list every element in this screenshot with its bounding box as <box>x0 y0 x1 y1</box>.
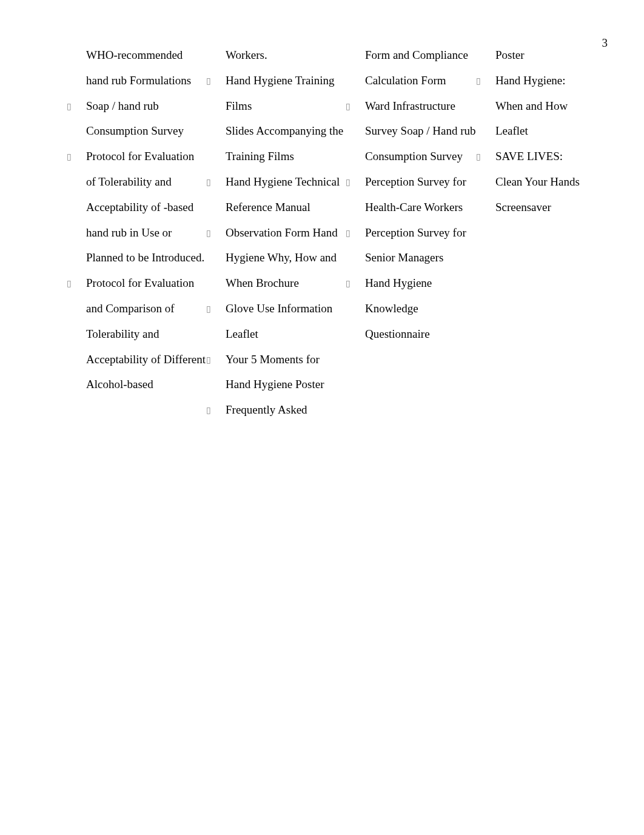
bullet-icon: ▯ <box>206 347 226 369</box>
item-text: SAVE LIVES: Clean Your Hands Screensaver <box>495 144 588 220</box>
column-4: Poster ▯ Hand Hygiene: When and How Leaf… <box>476 42 588 799</box>
bullet-icon: ▯ <box>206 220 226 243</box>
list-item: Workers. <box>206 42 346 68</box>
document-columns: WHO-recommended hand rub Formulations ▯ … <box>67 42 608 799</box>
bullet-icon: ▯ <box>346 169 365 192</box>
bullet-icon: ▯ <box>346 93 365 116</box>
bullet-icon <box>346 42 365 46</box>
bullet-icon: ▯ <box>206 296 226 318</box>
list-item: ▯ Protocol for Evaluation of Tolerabilit… <box>67 144 206 270</box>
item-text: Your 5 Moments for Hand Hygiene Poster <box>226 347 346 398</box>
list-item: ▯ Ward Infrastructure Survey Soap / Hand… <box>346 93 476 169</box>
list-item: Slides Accompanying the Training Films <box>206 118 346 169</box>
item-text: Perception Survey for Senior Managers <box>365 220 476 271</box>
item-text: Ward Infrastructure Survey Soap / Hand r… <box>365 93 476 169</box>
item-text: Slides Accompanying the Training Films <box>226 118 346 169</box>
bullet-icon: ▯ <box>476 144 495 166</box>
bullet-icon: ▯ <box>206 169 226 192</box>
bullet-icon <box>67 42 86 46</box>
list-item: ▯ Perception Survey for Health-Care Work… <box>346 169 476 220</box>
item-text: Form and Compliance Calculation Form <box>365 42 476 93</box>
item-text: Glove Use Information Leaflet <box>226 296 346 347</box>
item-text: Protocol for Evaluation and Comparison o… <box>86 270 206 397</box>
column-2: Workers. ▯ Hand Hygiene Training Films S… <box>206 42 346 799</box>
item-text: Perception Survey for Health-Care Worker… <box>365 169 476 220</box>
column-1: WHO-recommended hand rub Formulations ▯ … <box>67 42 206 799</box>
list-item: ▯ Protocol for Evaluation and Comparison… <box>67 270 206 397</box>
item-text: Poster <box>495 42 588 68</box>
bullet-icon <box>206 118 226 122</box>
list-item: ▯ Your 5 Moments for Hand Hygiene Poster <box>206 347 346 398</box>
list-item: ▯ Observation Form Hand Hygiene Why, How… <box>206 220 346 296</box>
list-item: ▯ Soap / hand rub Consumption Survey <box>67 93 206 144</box>
bullet-icon: ▯ <box>67 144 86 166</box>
bullet-icon: ▯ <box>206 68 226 90</box>
item-text: Hand Hygiene Technical Reference Manual <box>226 169 346 220</box>
list-item: ▯ Frequently Asked <box>206 397 346 423</box>
item-text: Hand Hygiene Training Films <box>226 68 346 119</box>
column-3: Form and Compliance Calculation Form ▯ W… <box>346 42 476 799</box>
list-item: Poster <box>476 42 588 68</box>
item-text: Observation Form Hand Hygiene Why, How a… <box>226 220 346 296</box>
list-item: ▯ Hand Hygiene Technical Reference Manua… <box>206 169 346 220</box>
item-text: WHO-recommended hand rub Formulations <box>86 42 206 93</box>
bullet-icon: ▯ <box>206 397 226 420</box>
list-item: ▯ Perception Survey for Senior Managers <box>346 220 476 271</box>
list-item: Form and Compliance Calculation Form <box>346 42 476 93</box>
list-item: ▯ Hand Hygiene Training Films <box>206 68 346 119</box>
list-item: ▯ Hand Hygiene Knowledge Questionnaire <box>346 270 476 346</box>
page-number: 3 <box>602 30 608 56</box>
list-item: ▯ Glove Use Information Leaflet <box>206 296 346 347</box>
item-text: Hand Hygiene Knowledge Questionnaire <box>365 270 476 346</box>
bullet-icon: ▯ <box>346 220 365 243</box>
item-text: Frequently Asked <box>226 397 346 423</box>
item-text: Soap / hand rub Consumption Survey <box>86 93 206 144</box>
item-text: Hand Hygiene: When and How Leaflet <box>495 68 588 144</box>
list-item: ▯ SAVE LIVES: Clean Your Hands Screensav… <box>476 144 588 220</box>
bullet-icon: ▯ <box>67 93 86 116</box>
bullet-icon <box>476 42 495 46</box>
bullet-icon: ▯ <box>476 68 495 90</box>
item-text: Workers. <box>226 42 346 68</box>
item-text: Protocol for Evaluation of Tolerability … <box>86 144 206 270</box>
list-item: WHO-recommended hand rub Formulations <box>67 42 206 93</box>
bullet-icon: ▯ <box>346 270 365 293</box>
bullet-icon <box>206 42 226 46</box>
list-item: ▯ Hand Hygiene: When and How Leaflet <box>476 68 588 144</box>
bullet-icon: ▯ <box>67 270 86 293</box>
